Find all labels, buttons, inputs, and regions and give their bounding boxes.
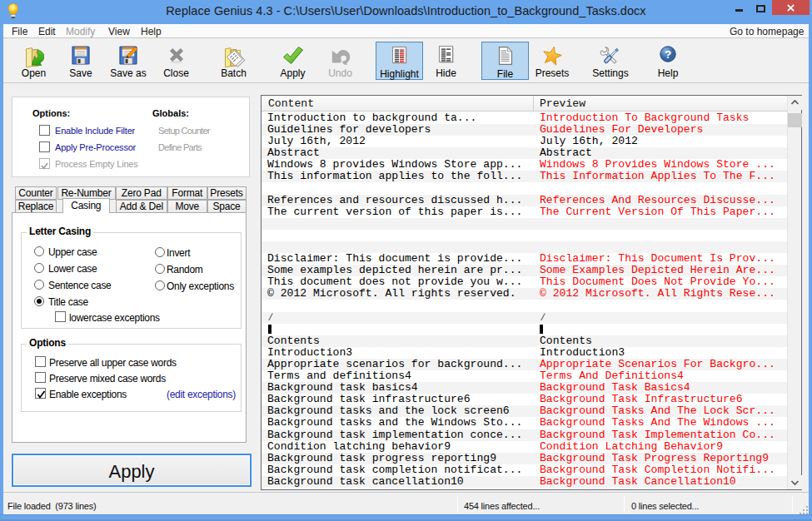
- svg-text:?: ?: [665, 48, 671, 61]
